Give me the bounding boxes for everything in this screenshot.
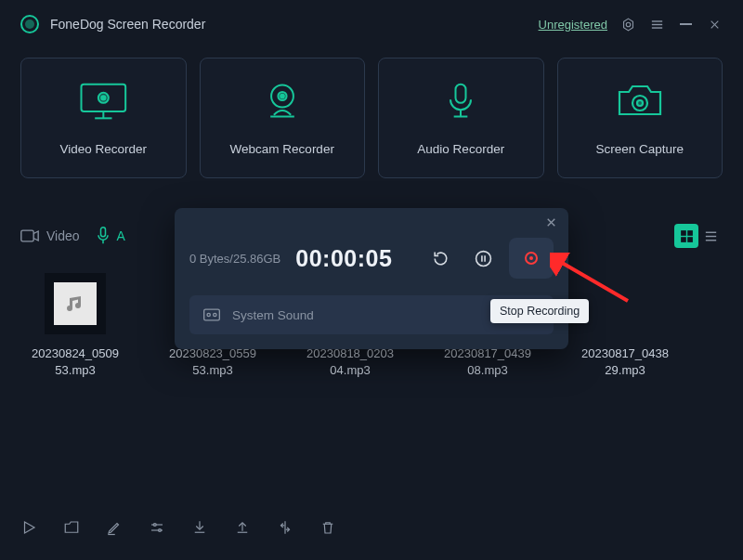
edit-icon[interactable]	[106, 519, 123, 536]
restart-button[interactable]	[424, 241, 457, 275]
panel-close-button[interactable]	[545, 215, 557, 232]
svg-point-1	[626, 22, 631, 27]
svg-rect-26	[681, 237, 686, 242]
file-name: 20230817_043908.mp3	[444, 345, 531, 378]
svg-rect-43	[204, 309, 220, 320]
unregistered-link[interactable]: Unregistered	[539, 18, 607, 32]
library-tab-audio[interactable]: A	[97, 227, 125, 245]
svg-rect-16	[456, 84, 466, 102]
microphone-icon	[440, 81, 481, 122]
app-title: FoneDog Screen Recorder	[50, 17, 205, 32]
library-tab-video[interactable]: Video	[20, 228, 80, 243]
svg-point-14	[280, 94, 284, 98]
file-name: 20230818_020304.mp3	[306, 345, 394, 378]
list-view-button[interactable]	[698, 224, 723, 248]
mode-card-webcam[interactable]: Webcam Recorder	[200, 58, 366, 178]
file-thumbnail	[45, 273, 106, 334]
pause-button[interactable]	[466, 241, 500, 275]
svg-rect-25	[687, 230, 693, 236]
file-item[interactable]: 20230824_050953.mp3	[20, 273, 130, 378]
mode-card-capture[interactable]: Screen Capture	[557, 58, 723, 178]
mode-card-video[interactable]: Video Recorder	[20, 58, 187, 178]
speaker-icon	[202, 307, 221, 322]
bottom-toolbar	[20, 519, 723, 536]
trash-icon[interactable]	[319, 519, 336, 536]
svg-point-20	[637, 100, 643, 106]
view-toggle	[674, 224, 723, 248]
svg-marker-0	[624, 19, 633, 31]
menu-icon[interactable]	[649, 17, 665, 33]
play-icon[interactable]	[20, 519, 37, 536]
mode-label: Audio Recorder	[417, 142, 504, 156]
recording-top-row: 0 Bytes/25.86GB 00:00:05	[189, 238, 554, 279]
recording-stats: 0 Bytes/25.86GB	[189, 252, 280, 266]
svg-rect-21	[21, 230, 33, 241]
svg-point-45	[214, 313, 216, 316]
import-icon[interactable]	[191, 519, 208, 536]
svg-point-9	[101, 96, 105, 99]
app-logo-icon	[20, 15, 39, 33]
mode-label: Screen Capture	[595, 142, 684, 156]
recording-panel: 0 Bytes/25.86GB 00:00:05 System Sound	[175, 208, 568, 349]
audio-source-label: System Sound	[232, 308, 314, 322]
export-icon[interactable]	[234, 519, 251, 536]
record-dot-icon	[525, 252, 538, 265]
mode-cards-row: Video Recorder Webcam Recorder Audio Rec…	[0, 48, 743, 178]
title-right: Unregistered	[539, 17, 723, 33]
window-close-button[interactable]	[707, 17, 723, 33]
settings-gear-icon[interactable]	[620, 17, 636, 33]
folder-icon[interactable]	[63, 519, 80, 536]
stop-recording-tooltip: Stop Recording	[490, 299, 589, 323]
sliders-icon[interactable]	[149, 519, 165, 536]
camera-icon	[614, 81, 666, 122]
svg-marker-31	[25, 522, 35, 533]
file-item[interactable]: 20230817_043829.mp3	[570, 273, 680, 378]
title-bar: FoneDog Screen Recorder Unregistered	[0, 0, 743, 48]
svg-rect-27	[687, 237, 693, 242]
stop-recording-button[interactable]	[509, 238, 554, 279]
library-tab-video-label: Video	[46, 228, 80, 243]
svg-point-40	[476, 251, 490, 266]
svg-rect-22	[100, 228, 105, 237]
mode-label: Video Recorder	[59, 142, 147, 156]
mode-card-audio[interactable]: Audio Recorder	[378, 58, 544, 178]
library-tab-audio-label: A	[117, 228, 125, 243]
title-left: FoneDog Screen Recorder	[20, 15, 205, 33]
svg-point-44	[207, 313, 210, 316]
file-name: 20230824_050953.mp3	[32, 345, 119, 378]
convert-icon[interactable]	[277, 519, 293, 536]
svg-rect-24	[681, 230, 686, 236]
monitor-record-icon	[76, 81, 131, 122]
webcam-icon	[262, 81, 303, 122]
file-name: 20230817_043829.mp3	[581, 345, 669, 378]
mode-label: Webcam Recorder	[230, 142, 334, 156]
file-name: 20230823_055953.mp3	[169, 345, 256, 378]
recording-timer: 00:00:05	[295, 245, 392, 272]
window-minimize-button[interactable]	[678, 17, 694, 33]
grid-view-button[interactable]	[674, 224, 698, 248]
